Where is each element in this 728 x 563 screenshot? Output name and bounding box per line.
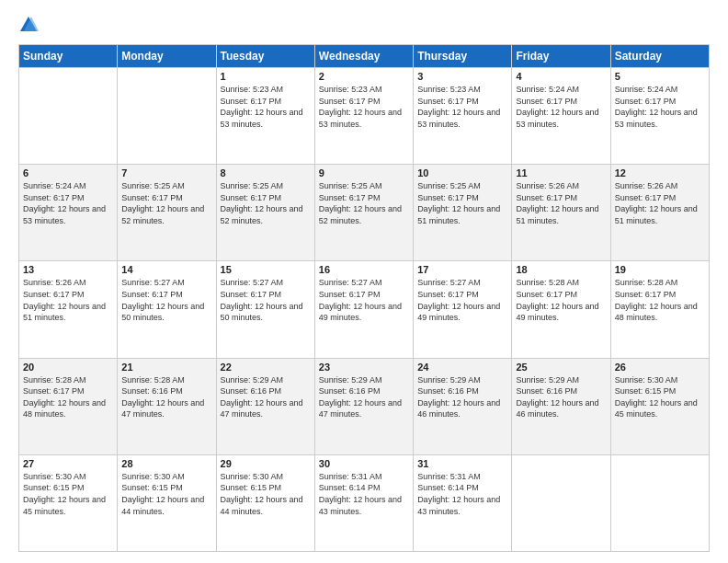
day-header-wednesday: Wednesday: [314, 45, 413, 68]
day-info: Sunrise: 5:25 AMSunset: 6:17 PMDaylight:…: [221, 180, 311, 226]
calendar-cell: 17Sunrise: 5:27 AMSunset: 6:17 PMDayligh…: [414, 261, 512, 358]
day-info: Sunrise: 5:24 AMSunset: 6:17 PMDaylight:…: [516, 84, 606, 130]
day-number: 14: [121, 264, 211, 275]
day-number: 11: [516, 167, 606, 178]
day-info: Sunrise: 5:27 AMSunset: 6:17 PMDaylight:…: [319, 277, 409, 323]
day-header-friday: Friday: [512, 45, 610, 68]
day-header-saturday: Saturday: [610, 45, 709, 68]
calendar-cell: 31Sunrise: 5:31 AMSunset: 6:14 PMDayligh…: [414, 454, 512, 551]
calendar-cell: 3Sunrise: 5:23 AMSunset: 6:17 PMDaylight…: [414, 68, 512, 165]
day-info: Sunrise: 5:28 AMSunset: 6:16 PMDaylight:…: [121, 374, 211, 420]
calendar-cell: 8Sunrise: 5:25 AMSunset: 6:17 PMDaylight…: [216, 165, 314, 261]
day-header-tuesday: Tuesday: [216, 45, 314, 68]
day-number: 8: [221, 167, 311, 178]
calendar-cell: 24Sunrise: 5:29 AMSunset: 6:16 PMDayligh…: [414, 358, 512, 454]
day-number: 26: [615, 362, 705, 373]
calendar-cell: 18Sunrise: 5:28 AMSunset: 6:17 PMDayligh…: [512, 261, 610, 358]
calendar-cell: 2Sunrise: 5:23 AMSunset: 6:17 PMDaylight…: [314, 68, 413, 165]
day-info: Sunrise: 5:28 AMSunset: 6:17 PMDaylight:…: [516, 277, 606, 323]
calendar-cell: 13Sunrise: 5:26 AMSunset: 6:17 PMDayligh…: [19, 261, 118, 358]
calendar-cell: 25Sunrise: 5:29 AMSunset: 6:16 PMDayligh…: [512, 358, 610, 454]
day-info: Sunrise: 5:30 AMSunset: 6:15 PMDaylight:…: [121, 471, 211, 517]
week-row-4: 20Sunrise: 5:28 AMSunset: 6:17 PMDayligh…: [19, 358, 710, 454]
calendar-cell: [512, 454, 610, 551]
day-info: Sunrise: 5:24 AMSunset: 6:17 PMDaylight:…: [23, 180, 113, 226]
calendar-cell: 1Sunrise: 5:23 AMSunset: 6:17 PMDaylight…: [216, 68, 314, 165]
day-number: 20: [23, 362, 113, 373]
day-info: Sunrise: 5:27 AMSunset: 6:17 PMDaylight:…: [417, 277, 507, 323]
day-number: 21: [121, 362, 211, 373]
calendar-cell: 16Sunrise: 5:27 AMSunset: 6:17 PMDayligh…: [314, 261, 413, 358]
calendar-cell: 15Sunrise: 5:27 AMSunset: 6:17 PMDayligh…: [216, 261, 314, 358]
calendar-cell: [19, 68, 118, 165]
calendar-cell: 29Sunrise: 5:30 AMSunset: 6:15 PMDayligh…: [216, 454, 314, 551]
calendar-cell: 6Sunrise: 5:24 AMSunset: 6:17 PMDaylight…: [19, 165, 118, 261]
calendar-cell: 10Sunrise: 5:25 AMSunset: 6:17 PMDayligh…: [414, 165, 512, 261]
day-info: Sunrise: 5:25 AMSunset: 6:17 PMDaylight:…: [121, 180, 211, 226]
day-number: 28: [121, 458, 211, 469]
day-info: Sunrise: 5:23 AMSunset: 6:17 PMDaylight:…: [319, 84, 409, 130]
header: [18, 15, 710, 35]
day-info: Sunrise: 5:28 AMSunset: 6:17 PMDaylight:…: [23, 374, 113, 420]
day-number: 2: [319, 71, 409, 82]
calendar-cell: 26Sunrise: 5:30 AMSunset: 6:15 PMDayligh…: [610, 358, 709, 454]
day-info: Sunrise: 5:30 AMSunset: 6:15 PMDaylight:…: [221, 471, 311, 517]
calendar-cell: 5Sunrise: 5:24 AMSunset: 6:17 PMDaylight…: [610, 68, 709, 165]
calendar-cell: 4Sunrise: 5:24 AMSunset: 6:17 PMDaylight…: [512, 68, 610, 165]
day-number: 24: [417, 362, 507, 373]
logo-icon: [18, 15, 39, 35]
calendar-cell: 12Sunrise: 5:26 AMSunset: 6:17 PMDayligh…: [610, 165, 709, 261]
day-number: 9: [319, 167, 409, 178]
day-number: 25: [516, 362, 606, 373]
calendar-cell: 11Sunrise: 5:26 AMSunset: 6:17 PMDayligh…: [512, 165, 610, 261]
day-info: Sunrise: 5:23 AMSunset: 6:17 PMDaylight:…: [221, 84, 311, 130]
day-header-thursday: Thursday: [414, 45, 512, 68]
day-number: 3: [417, 71, 507, 82]
day-number: 31: [417, 458, 507, 469]
day-info: Sunrise: 5:28 AMSunset: 6:17 PMDaylight:…: [615, 277, 705, 323]
day-number: 7: [121, 167, 211, 178]
day-number: 27: [23, 458, 113, 469]
day-info: Sunrise: 5:25 AMSunset: 6:17 PMDaylight:…: [319, 180, 409, 226]
day-number: 17: [417, 264, 507, 275]
day-number: 13: [23, 264, 113, 275]
day-number: 30: [319, 458, 409, 469]
day-headers-row: SundayMondayTuesdayWednesdayThursdayFrid…: [19, 45, 710, 68]
day-info: Sunrise: 5:27 AMSunset: 6:17 PMDaylight:…: [221, 277, 311, 323]
day-info: Sunrise: 5:30 AMSunset: 6:15 PMDaylight:…: [615, 374, 705, 420]
calendar-cell: 19Sunrise: 5:28 AMSunset: 6:17 PMDayligh…: [610, 261, 709, 358]
day-info: Sunrise: 5:26 AMSunset: 6:17 PMDaylight:…: [516, 180, 606, 226]
day-info: Sunrise: 5:26 AMSunset: 6:17 PMDaylight:…: [23, 277, 113, 323]
day-info: Sunrise: 5:23 AMSunset: 6:17 PMDaylight:…: [417, 84, 507, 130]
day-info: Sunrise: 5:29 AMSunset: 6:16 PMDaylight:…: [319, 374, 409, 420]
day-info: Sunrise: 5:24 AMSunset: 6:17 PMDaylight:…: [615, 84, 705, 130]
day-info: Sunrise: 5:29 AMSunset: 6:16 PMDaylight:…: [516, 374, 606, 420]
day-info: Sunrise: 5:27 AMSunset: 6:17 PMDaylight:…: [121, 277, 211, 323]
page: SundayMondayTuesdayWednesdayThursdayFrid…: [0, 0, 728, 563]
day-number: 19: [615, 264, 705, 275]
calendar-cell: [610, 454, 709, 551]
day-number: 16: [319, 264, 409, 275]
calendar-cell: 28Sunrise: 5:30 AMSunset: 6:15 PMDayligh…: [118, 454, 216, 551]
day-header-monday: Monday: [118, 45, 216, 68]
calendar-cell: 14Sunrise: 5:27 AMSunset: 6:17 PMDayligh…: [118, 261, 216, 358]
day-number: 22: [221, 362, 311, 373]
day-number: 15: [221, 264, 311, 275]
day-number: 6: [23, 167, 113, 178]
week-row-2: 6Sunrise: 5:24 AMSunset: 6:17 PMDaylight…: [19, 165, 710, 261]
calendar-cell: 30Sunrise: 5:31 AMSunset: 6:14 PMDayligh…: [314, 454, 413, 551]
calendar-cell: 21Sunrise: 5:28 AMSunset: 6:16 PMDayligh…: [118, 358, 216, 454]
week-row-1: 1Sunrise: 5:23 AMSunset: 6:17 PMDaylight…: [19, 68, 710, 165]
calendar-cell: [118, 68, 216, 165]
day-info: Sunrise: 5:31 AMSunset: 6:14 PMDaylight:…: [417, 471, 507, 517]
day-info: Sunrise: 5:26 AMSunset: 6:17 PMDaylight:…: [615, 180, 705, 226]
calendar-cell: 20Sunrise: 5:28 AMSunset: 6:17 PMDayligh…: [19, 358, 118, 454]
day-number: 18: [516, 264, 606, 275]
calendar-cell: 9Sunrise: 5:25 AMSunset: 6:17 PMDaylight…: [314, 165, 413, 261]
calendar-cell: 7Sunrise: 5:25 AMSunset: 6:17 PMDaylight…: [118, 165, 216, 261]
day-number: 10: [417, 167, 507, 178]
calendar-table: SundayMondayTuesdayWednesdayThursdayFrid…: [18, 44, 710, 552]
day-info: Sunrise: 5:30 AMSunset: 6:15 PMDaylight:…: [23, 471, 113, 517]
day-number: 23: [319, 362, 409, 373]
week-row-3: 13Sunrise: 5:26 AMSunset: 6:17 PMDayligh…: [19, 261, 710, 358]
